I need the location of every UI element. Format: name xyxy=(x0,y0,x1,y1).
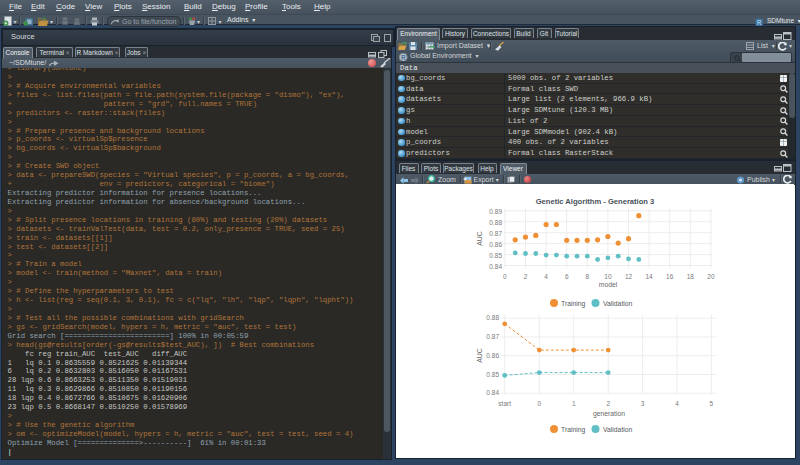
svg-text:AUC: AUC xyxy=(476,348,483,362)
svg-text:0: 0 xyxy=(503,273,507,280)
svg-text:12: 12 xyxy=(625,273,633,280)
svg-text:4: 4 xyxy=(544,273,548,280)
svg-text:0.89: 0.89 xyxy=(489,208,502,215)
svg-text:Training: Training xyxy=(561,425,586,433)
svg-text:model: model xyxy=(599,280,618,287)
svg-text:Training: Training xyxy=(561,299,586,307)
svg-text:start: start xyxy=(498,400,511,407)
svg-text:Validation: Validation xyxy=(603,299,633,306)
svg-text:R: R xyxy=(757,18,762,25)
svg-text:10: 10 xyxy=(604,273,612,280)
svg-text:8: 8 xyxy=(585,273,589,280)
svg-text:0.86: 0.86 xyxy=(489,241,502,248)
svg-text:20: 20 xyxy=(707,273,715,280)
svg-text:0: 0 xyxy=(537,400,541,407)
svg-text:16: 16 xyxy=(666,273,674,280)
svg-text:5: 5 xyxy=(710,400,714,407)
svg-text:18: 18 xyxy=(687,273,695,280)
svg-text:0.87: 0.87 xyxy=(486,333,499,340)
svg-text:2: 2 xyxy=(524,273,528,280)
svg-text:1: 1 xyxy=(572,400,576,407)
svg-text:3: 3 xyxy=(641,400,645,407)
svg-text:0.87: 0.87 xyxy=(489,230,502,237)
svg-text:generation: generation xyxy=(593,410,625,418)
svg-text:0.88: 0.88 xyxy=(489,219,502,226)
svg-text:R: R xyxy=(401,53,406,60)
svg-text:0.84: 0.84 xyxy=(489,262,502,269)
svg-text:6: 6 xyxy=(565,273,569,280)
svg-text:Validation: Validation xyxy=(603,425,633,432)
svg-text:14: 14 xyxy=(645,273,653,280)
svg-text:2: 2 xyxy=(606,400,610,407)
svg-text:AUC: AUC xyxy=(476,231,483,245)
svg-text:0.88: 0.88 xyxy=(486,314,499,321)
svg-text:0.85: 0.85 xyxy=(486,370,499,377)
svg-text:0.86: 0.86 xyxy=(486,351,499,358)
svg-text:0.84: 0.84 xyxy=(486,389,499,396)
svg-text:Genetic Algorithm - Generation: Genetic Algorithm - Generation 3 xyxy=(536,197,655,206)
svg-text:0.85: 0.85 xyxy=(489,252,502,259)
svg-text:4: 4 xyxy=(675,400,679,407)
